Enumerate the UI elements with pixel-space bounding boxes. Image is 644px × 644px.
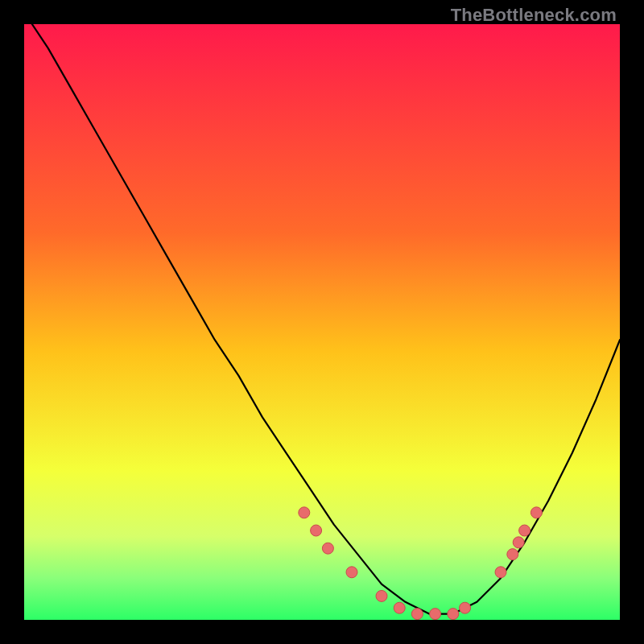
highlight-point bbox=[519, 525, 530, 536]
highlight-point bbox=[322, 543, 333, 554]
chart-svg bbox=[24, 24, 620, 620]
highlight-point bbox=[513, 537, 524, 548]
highlight-point bbox=[460, 602, 471, 613]
highlight-point bbox=[299, 507, 310, 518]
highlight-point bbox=[376, 590, 387, 601]
highlight-point bbox=[448, 609, 459, 620]
highlight-point bbox=[507, 549, 518, 560]
highlight-point bbox=[430, 609, 441, 620]
highlight-point bbox=[495, 567, 506, 578]
highlight-point bbox=[311, 525, 322, 536]
highlight-point bbox=[394, 602, 405, 613]
highlight-point bbox=[411, 609, 423, 620]
chart-frame bbox=[24, 24, 620, 620]
highlight-point bbox=[346, 567, 357, 578]
watermark-text: TheBottleneck.com bbox=[451, 5, 617, 26]
highlight-point bbox=[530, 507, 542, 518]
